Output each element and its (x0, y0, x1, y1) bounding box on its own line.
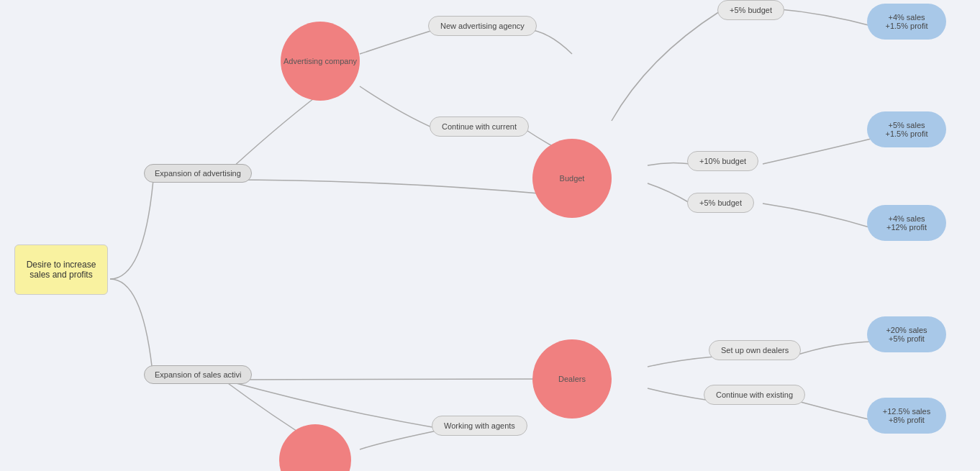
result4-node[interactable]: +20% sales +5% profit (867, 316, 946, 352)
result1-label: +4% sales +1.5% profit (867, 4, 946, 40)
set-up-dealers-label: Set up own dealers (709, 340, 801, 360)
result1-node[interactable]: +4% sales +1.5% profit (867, 4, 946, 40)
working-agents-node[interactable]: Working with agents (432, 416, 527, 436)
result2-label: +5% sales +1.5% profit (867, 111, 946, 147)
result2-node[interactable]: +5% sales +1.5% profit (867, 111, 946, 147)
result5-label: +12.5% sales +8% profit (867, 398, 946, 434)
continue-existing-node[interactable]: Continue with existing (704, 385, 805, 405)
continue-existing-label: Continue with existing (704, 385, 805, 405)
expansion-sales-node[interactable]: Expansion of sales activi (144, 365, 252, 384)
working-agents-label: Working with agents (432, 416, 527, 436)
budget5-top-label: +5% budget (717, 0, 784, 20)
new-advertising-agency-node[interactable]: New advertising agency (428, 16, 537, 36)
expansion-advertising-node[interactable]: Expansion of advertising (144, 164, 252, 183)
budget-label: Budget (532, 139, 612, 218)
dealers-label: Dealers (532, 339, 612, 419)
agents-circle-node[interactable] (279, 424, 351, 471)
result3-node[interactable]: +4% sales +12% profit (867, 205, 946, 241)
root-label: Desire to increase sales and profits (14, 244, 108, 295)
budget-node[interactable]: Budget (532, 139, 612, 218)
budget10-node[interactable]: +10% budget (687, 151, 758, 171)
result4-label: +20% sales +5% profit (867, 316, 946, 352)
root-node[interactable]: Desire to increase sales and profits (14, 244, 108, 295)
advertising-company-label: Advertising company (281, 22, 360, 101)
dealers-node[interactable]: Dealers (532, 339, 612, 419)
new-advertising-agency-label: New advertising agency (428, 16, 537, 36)
agents-circle (279, 424, 351, 471)
budget5-node[interactable]: +5% budget (687, 193, 754, 213)
budget10-label: +10% budget (687, 151, 758, 171)
result3-label: +4% sales +12% profit (867, 205, 946, 241)
budget5-top-node[interactable]: +5% budget (717, 0, 784, 20)
connections-svg (0, 0, 980, 471)
advertising-company-node[interactable]: Advertising company (281, 22, 360, 101)
set-up-dealers-node[interactable]: Set up own dealers (709, 340, 801, 360)
result5-node[interactable]: +12.5% sales +8% profit (867, 398, 946, 434)
continue-current-label: Continue with current (430, 116, 529, 137)
expansion-advertising-label: Expansion of advertising (144, 164, 252, 183)
continue-current-node[interactable]: Continue with current (430, 116, 529, 137)
budget5-label: +5% budget (687, 193, 754, 213)
expansion-sales-label: Expansion of sales activi (144, 365, 252, 384)
